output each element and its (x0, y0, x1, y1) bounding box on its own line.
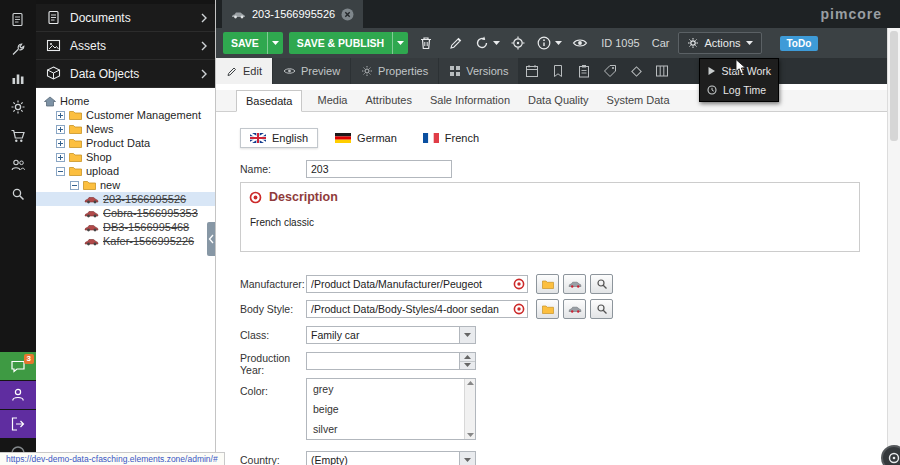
tab-versions[interactable]: Versions (439, 58, 518, 84)
manufacturer-input[interactable] (306, 275, 528, 293)
actions-button[interactable]: Actions (678, 32, 761, 54)
body-style-object-button[interactable] (563, 299, 586, 319)
tab-sale-information[interactable]: Sale Information (430, 90, 510, 111)
users-icon[interactable] (0, 153, 36, 177)
color-option-silver[interactable]: silver (307, 419, 475, 439)
section-documents[interactable]: Documents (36, 4, 215, 32)
feedback-button[interactable] (881, 445, 900, 465)
tree-item-product-data[interactable]: Product Data (36, 136, 215, 150)
country-dropdown-trigger[interactable] (459, 452, 475, 465)
tab-edit[interactable]: Edit (216, 58, 272, 84)
preview-eye-button[interactable] (568, 32, 592, 54)
class-dropdown-trigger[interactable] (459, 327, 475, 343)
sidebar-collapse-handle[interactable] (207, 222, 215, 256)
description-panel: Description French classic (240, 182, 860, 252)
description-text[interactable]: French classic (241, 206, 859, 228)
save-publish-dropdown-caret[interactable] (392, 32, 408, 54)
section-label: Data Objects (70, 67, 192, 81)
search-icon (596, 278, 608, 290)
tab-close-icon[interactable] (341, 8, 354, 21)
manufacturer-object-button[interactable] (563, 274, 586, 294)
notes-icon[interactable] (571, 58, 597, 84)
expand-plus-icon[interactable] (56, 139, 65, 148)
tab-properties[interactable]: Properties (351, 58, 438, 84)
section-assets[interactable]: Assets (36, 32, 215, 60)
tab-attributes[interactable]: Attributes (365, 90, 411, 111)
schedule-icon[interactable] (519, 58, 545, 84)
production-year-triggers[interactable] (459, 353, 475, 369)
scroll-down-icon[interactable] (467, 433, 474, 437)
section-data-objects[interactable]: Data Objects (36, 60, 215, 88)
settings-icon[interactable] (0, 95, 36, 119)
profile-button[interactable] (0, 381, 36, 409)
body-style-input[interactable] (306, 300, 528, 318)
tab-basedata[interactable]: Basedata (236, 90, 302, 112)
tools-icon[interactable] (0, 37, 36, 61)
class-select[interactable]: Family car (306, 326, 476, 344)
collapse-minus-icon[interactable] (70, 181, 79, 190)
lang-tab-french[interactable]: French (414, 129, 488, 147)
tab-data-quality[interactable]: Data Quality (528, 90, 589, 111)
expand-plus-icon[interactable] (56, 125, 65, 134)
expand-plus-icon[interactable] (56, 111, 65, 120)
lang-tab-german[interactable]: German (326, 129, 406, 147)
tree-item-203-1566995526[interactable]: 203-1566995526 (36, 192, 215, 206)
tab-preview[interactable]: Preview (273, 58, 350, 84)
save-button[interactable]: SAVE (223, 32, 283, 54)
open-tabs-bar: 203-1566995526 pimcore (216, 0, 900, 28)
toolbar: SAVE SAVE & PUBLISH (216, 28, 887, 58)
scroll-up-icon[interactable] (467, 381, 474, 385)
tree-item-shop[interactable]: Shop (36, 150, 215, 164)
tab-media[interactable]: Media (317, 90, 347, 111)
folder-icon (69, 110, 82, 120)
reports-icon[interactable] (0, 66, 36, 90)
country-select[interactable]: (Empty) (306, 451, 476, 465)
search-icon[interactable] (0, 182, 36, 206)
color-option-grey[interactable]: grey (307, 379, 475, 399)
lang-tab-english[interactable]: English (240, 128, 318, 148)
document-tab[interactable]: 203-1566995526 (222, 0, 363, 28)
production-year-spinner[interactable] (306, 352, 476, 370)
tree-item-home[interactable]: Home (36, 94, 215, 108)
tree-item-cobra-1566995353[interactable]: Cobra-1566995353 (36, 206, 215, 220)
tags-icon[interactable] (597, 58, 623, 84)
spin-up-icon[interactable] (460, 353, 475, 361)
name-input[interactable] (306, 160, 452, 178)
tree-item-db3-1566995468[interactable]: DB3-1566995468 (36, 220, 215, 234)
expand-plus-icon[interactable] (56, 153, 65, 162)
save-publish-button[interactable]: SAVE & PUBLISH (289, 32, 408, 54)
actions-label: Actions (704, 37, 740, 49)
tab-system-data[interactable]: System Data (607, 90, 670, 111)
tree-item-upload[interactable]: upload (36, 164, 215, 178)
tree-item-kafer-1566995226[interactable]: Kafer-1566995226 (36, 234, 215, 248)
bookmark-icon[interactable] (545, 58, 571, 84)
rename-button[interactable] (444, 32, 468, 54)
workflow-icon[interactable] (649, 58, 675, 84)
manufacturer-folder-button[interactable] (536, 274, 559, 294)
save-dropdown-caret[interactable] (267, 32, 283, 54)
content-scrollbar[interactable] (887, 28, 900, 447)
dependencies-icon[interactable] (623, 58, 649, 84)
object-class-label: Car (652, 37, 670, 49)
body-style-search-button[interactable] (590, 299, 613, 319)
reload-button[interactable] (474, 32, 500, 54)
color-list-scrollbar[interactable] (464, 379, 475, 439)
tree-item-new[interactable]: new (36, 178, 215, 192)
info-button[interactable] (536, 32, 562, 54)
ecommerce-icon[interactable] (0, 124, 36, 148)
tree-item-customer-management[interactable]: Customer Management (36, 108, 215, 122)
tree-item-label: News (86, 123, 114, 135)
file-icon[interactable] (0, 8, 36, 32)
menu-item-log-time[interactable]: Log Time (700, 80, 778, 99)
spin-down-icon[interactable] (460, 361, 475, 370)
scrollbar-thumb[interactable] (890, 31, 898, 141)
color-option-beige[interactable]: beige (307, 399, 475, 419)
logout-button[interactable] (0, 410, 36, 438)
body-style-folder-button[interactable] (536, 299, 559, 319)
collapse-minus-icon[interactable] (56, 167, 65, 176)
locate-in-tree-button[interactable] (506, 32, 530, 54)
tree-item-news[interactable]: News (36, 122, 215, 136)
manufacturer-search-button[interactable] (590, 274, 613, 294)
delete-button[interactable] (414, 32, 438, 54)
chat-button[interactable]: 3 (0, 352, 36, 380)
